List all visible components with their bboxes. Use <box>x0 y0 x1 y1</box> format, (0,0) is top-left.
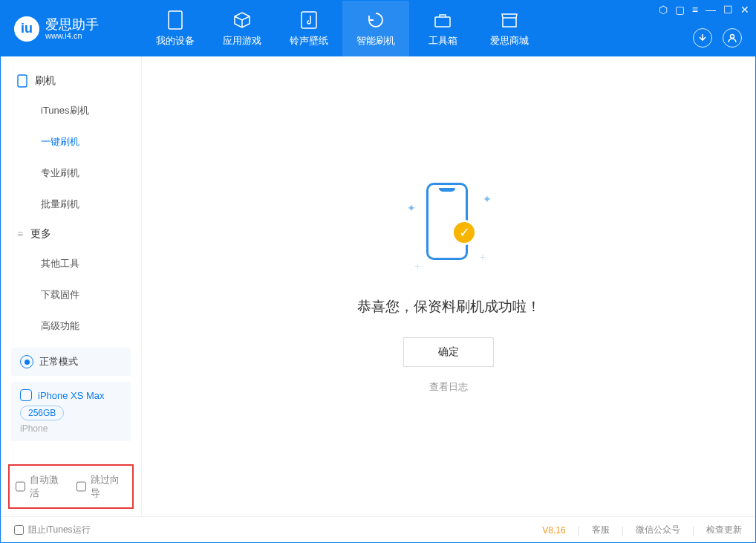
auto-activate-checkbox[interactable]: 自动激活 <box>16 473 66 500</box>
user-button[interactable] <box>723 28 742 48</box>
footer-left: 阻止iTunes运行 <box>14 524 91 536</box>
sidebar-group-more: ≡ 更多 <box>1 220 141 248</box>
svg-rect-0 <box>169 11 182 29</box>
sidebar-item-advanced[interactable]: 高级功能 <box>1 310 141 342</box>
tab-label: 我的设备 <box>156 34 195 48</box>
tab-smart-flash[interactable]: 智能刷机 <box>342 1 409 56</box>
success-message: 恭喜您，保资料刷机成功啦！ <box>357 297 541 316</box>
svg-rect-4 <box>18 75 27 87</box>
menu-icon[interactable]: ≡ <box>692 4 698 16</box>
auto-activate-label: 自动激活 <box>30 473 65 500</box>
separator: | <box>622 525 624 536</box>
sidebar-item-itunes-flash[interactable]: iTunes刷机 <box>1 95 141 126</box>
tab-toolbox[interactable]: 工具箱 <box>409 1 476 56</box>
svg-point-3 <box>731 35 734 39</box>
sparkle-icon: ✦ <box>407 202 416 214</box>
refresh-shield-icon <box>366 10 385 30</box>
lock-icon[interactable]: ▢ <box>675 4 685 16</box>
tab-apps-games[interactable]: 应用游戏 <box>209 1 276 56</box>
app-header: iu 爱思助手 www.i4.cn 我的设备 应用游戏 铃声壁纸 智能刷机 工具… <box>1 1 755 56</box>
device-icon <box>166 10 185 30</box>
list-icon: ≡ <box>17 228 23 240</box>
group-title: 刷机 <box>35 74 56 88</box>
phone-small-icon <box>17 74 27 88</box>
sidebar: 刷机 iTunes刷机 一键刷机 专业刷机 批量刷机 ≡ 更多 其他工具 下载固… <box>1 56 142 516</box>
flash-options-row: 自动激活 跳过向导 <box>8 464 134 509</box>
tab-label: 工具箱 <box>428 34 457 48</box>
mode-status-box[interactable]: 正常模式 <box>11 348 131 376</box>
svg-rect-2 <box>435 17 450 27</box>
device-name: iPhone XS Max <box>38 390 105 401</box>
svg-rect-1 <box>302 12 316 28</box>
nav-tabs: 我的设备 应用游戏 铃声壁纸 智能刷机 工具箱 爱思商城 <box>142 1 543 56</box>
window-controls: ⬡ ▢ ≡ — ☐ ✕ <box>659 4 749 16</box>
ok-button[interactable]: 确定 <box>403 337 494 367</box>
sidebar-item-batch-flash[interactable]: 批量刷机 <box>1 189 141 220</box>
sidebar-item-oneclick-flash[interactable]: 一键刷机 <box>1 126 141 157</box>
body-area: 刷机 iTunes刷机 一键刷机 专业刷机 批量刷机 ≡ 更多 其他工具 下载固… <box>1 56 755 516</box>
tab-label: 应用游戏 <box>223 34 261 48</box>
footer-bar: 阻止iTunes运行 V8.16 | 客服 | 微信公众号 | 检查更新 <box>1 516 755 543</box>
device-info-box[interactable]: iPhone XS Max 256GB iPhone <box>11 382 131 441</box>
close-button[interactable]: ✕ <box>740 4 749 16</box>
separator: | <box>578 525 580 536</box>
logo-area: iu 爱思助手 www.i4.cn <box>1 16 142 42</box>
success-illustration: ✦ ✦ + + ✓ <box>404 180 493 276</box>
block-itunes-label: 阻止iTunes运行 <box>28 524 91 536</box>
sidebar-item-download-firmware[interactable]: 下载固件 <box>1 279 141 310</box>
sidebar-item-other-tools[interactable]: 其他工具 <box>1 248 141 279</box>
toolbox-icon <box>433 10 452 30</box>
device-type: iPhone <box>20 423 122 434</box>
tab-store[interactable]: 爱思商城 <box>476 1 543 56</box>
sidebar-item-pro-flash[interactable]: 专业刷机 <box>1 157 141 189</box>
separator: | <box>692 525 694 536</box>
sparkle-icon: + <box>414 260 420 272</box>
sparkle-icon: ✦ <box>483 193 492 205</box>
view-log-link[interactable]: 查看日志 <box>429 380 468 394</box>
version-label: V8.16 <box>542 525 565 536</box>
app-url: www.i4.cn <box>45 31 99 40</box>
sidebar-group-flash: 刷机 <box>1 67 141 95</box>
app-title: 爱思助手 <box>45 18 99 31</box>
app-logo-icon: iu <box>14 16 39 42</box>
maximize-button[interactable]: ☐ <box>723 4 733 16</box>
download-button[interactable] <box>693 28 712 48</box>
group-title: 更多 <box>30 227 51 241</box>
checkmark-badge-icon: ✓ <box>452 220 477 245</box>
device-small-icon <box>20 389 32 401</box>
tab-ringtones-wallpapers[interactable]: 铃声壁纸 <box>276 1 342 56</box>
tab-label: 爱思商城 <box>490 34 529 48</box>
wechat-link[interactable]: 微信公众号 <box>636 524 680 536</box>
skip-guide-checkbox[interactable]: 跳过向导 <box>76 473 127 500</box>
tab-label: 智能刷机 <box>356 34 395 48</box>
check-update-link[interactable]: 检查更新 <box>706 524 742 536</box>
footer-right: V8.16 | 客服 | 微信公众号 | 检查更新 <box>542 524 742 536</box>
tab-my-device[interactable]: 我的设备 <box>142 1 209 56</box>
device-capacity: 256GB <box>20 406 64 420</box>
mode-label: 正常模式 <box>39 355 78 368</box>
device-name-row: iPhone XS Max <box>20 389 122 401</box>
support-link[interactable]: 客服 <box>592 524 610 536</box>
sparkle-icon: + <box>480 251 486 263</box>
header-actions <box>693 28 742 48</box>
skip-guide-label: 跳过向导 <box>91 473 126 500</box>
block-itunes-checkbox[interactable]: 阻止iTunes运行 <box>14 524 91 536</box>
store-icon <box>500 10 519 30</box>
cube-icon <box>232 10 252 30</box>
logo-text: 爱思助手 www.i4.cn <box>45 18 99 40</box>
tab-label: 铃声壁纸 <box>290 34 328 48</box>
music-note-icon <box>299 10 319 30</box>
main-content: ✦ ✦ + + ✓ 恭喜您，保资料刷机成功啦！ 确定 查看日志 <box>142 56 755 516</box>
minimize-button[interactable]: — <box>706 4 716 16</box>
mode-indicator-icon <box>20 355 33 368</box>
shirt-icon[interactable]: ⬡ <box>659 4 668 16</box>
